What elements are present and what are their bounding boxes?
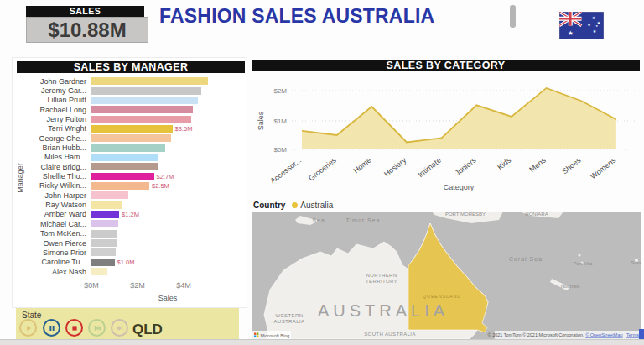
timor-sea-label: Timor Sea — [345, 217, 380, 223]
skip-previous-icon — [93, 324, 101, 332]
y-tick-2m: $2M — [273, 87, 287, 95]
category-tick-label: Home — [351, 156, 372, 175]
svg-text:★: ★ — [568, 29, 574, 37]
svg-text:★: ★ — [593, 29, 597, 34]
dashboard: SALES $10.88M FASHION SALES AUSTRALIA ★ … — [0, 0, 644, 345]
manager-bar[interactable] — [91, 259, 115, 266]
manager-bar[interactable] — [91, 239, 117, 247]
manager-row: Shellie Tho...$2.7M — [13, 171, 247, 180]
bar-data-label: $2.7M — [157, 173, 174, 180]
queensland-label: QUEENSLAND — [423, 294, 461, 299]
openstreetmap-link[interactable]: © OpenStreetMap — [585, 332, 622, 337]
bar-data-label: $2.5M — [152, 182, 169, 190]
play-button[interactable] — [19, 319, 37, 337]
bar-data-label: $1.2M — [122, 211, 139, 218]
legend-dot-icon — [292, 202, 298, 208]
manager-name: Tom McKen... — [13, 229, 89, 238]
category-tick-label: Juniors — [454, 155, 478, 177]
manager-bar[interactable] — [91, 163, 158, 170]
window-bottom-strip — [0, 339, 644, 345]
x-tick-0m: $0M — [84, 281, 99, 290]
category-tick-label: Shoes — [560, 155, 583, 175]
kpi-value: $10.88M — [48, 18, 126, 41]
manager-bar[interactable] — [91, 125, 173, 133]
current-state-value: QLD — [132, 321, 163, 338]
manager-row: Terri Wright$3.5M — [13, 124, 247, 133]
svg-text:★: ★ — [587, 22, 591, 27]
manager-bar[interactable] — [91, 97, 198, 104]
coral-sea-label: Coral Sea — [509, 256, 543, 262]
skip-previous-button[interactable] — [88, 319, 106, 337]
manager-bar[interactable] — [91, 211, 119, 218]
manager-bar[interactable] — [91, 220, 118, 227]
legend-value[interactable]: Australia — [300, 201, 333, 210]
manager-bar[interactable] — [91, 77, 208, 85]
manager-row: Jerry Fulton — [13, 114, 247, 123]
category-tick-label: Womens — [589, 155, 617, 180]
manager-name: Amber Ward — [13, 210, 89, 218]
kpi-card-value: $10.88M — [26, 17, 148, 43]
stop-button[interactable] — [65, 319, 83, 337]
manager-bar[interactable] — [91, 191, 128, 199]
manager-bar[interactable] — [91, 248, 116, 256]
manager-row: Michael Car... — [13, 219, 247, 228]
manager-bar[interactable] — [91, 182, 149, 190]
australia-label: AUSTRALIA — [318, 301, 449, 320]
manager-bar[interactable] — [91, 144, 165, 152]
manager-row: Lillian Pruitt — [13, 96, 247, 105]
manager-row: Ray Watson — [13, 200, 247, 209]
manager-name: Caroline Tu... — [13, 258, 89, 266]
manager-row: Claire Bridg... — [13, 162, 247, 171]
svg-text:★: ★ — [595, 24, 598, 28]
suva-label: Suva — [631, 260, 641, 265]
category-area-chart[interactable]: $2M $1M $0M Sales Accessor...GroceriesHo… — [252, 57, 642, 198]
map-island-dot — [579, 254, 581, 257]
pause-icon — [48, 324, 56, 332]
manager-name: Rachael Long — [13, 106, 89, 114]
kpi-card-header: SALES — [26, 6, 144, 17]
manager-bar[interactable] — [91, 154, 158, 161]
manager-row: Amber Ward$1.2M — [13, 210, 247, 219]
manager-name: George Che... — [13, 134, 89, 143]
manager-name: Jerry Fulton — [13, 115, 89, 123]
bar-data-label: $1.0M — [117, 259, 135, 266]
manager-bar[interactable] — [91, 134, 171, 142]
manager-bar[interactable] — [91, 87, 201, 95]
category-tick-label: Intimate — [416, 156, 442, 180]
manager-name: Michael Car... — [13, 220, 89, 228]
area-fill[interactable] — [302, 88, 616, 149]
bing-label: Microsoft Bing — [261, 333, 290, 338]
skip-next-button[interactable] — [111, 319, 128, 337]
sales-by-manager-title: SALES BY MANAGER — [17, 61, 245, 73]
manager-row: Ricky Wilkin...$2.5M — [13, 181, 247, 191]
divider-pill — [510, 5, 516, 28]
manager-bar[interactable] — [91, 268, 107, 275]
port-vila-label: Port-Vila — [574, 261, 594, 266]
wa-label-1: WESTERN — [276, 313, 304, 318]
nt-label-2: TERRITORY — [366, 279, 397, 284]
pause-button[interactable] — [43, 319, 60, 337]
manager-name: Jeremy Gar... — [13, 86, 89, 95]
category-tick-label: Mens — [527, 155, 548, 174]
manager-name: Ray Watson — [13, 201, 89, 209]
australia-flag-icon: ★ ★ ★ ★ ★ ★ — [559, 12, 604, 39]
x-axis-label: Category — [444, 183, 475, 191]
manager-bar[interactable] — [91, 106, 193, 113]
category-tick-label: Groceries — [307, 155, 338, 182]
category-axis-labels: Accessor...GroceriesHomeHosieryIntimateJ… — [268, 155, 617, 185]
kpi-label: SALES — [70, 6, 101, 16]
skip-next-icon — [116, 324, 124, 332]
manager-bar[interactable] — [91, 173, 154, 180]
play-icon — [24, 324, 33, 332]
manager-bar[interactable] — [91, 230, 117, 238]
manager-bar[interactable] — [91, 116, 191, 123]
x-tick-2m: $2M — [130, 281, 145, 290]
port-moresby-label: PORT MORESBY — [445, 212, 486, 217]
wa-label-2: AUSTRALIA — [274, 319, 305, 324]
category-tick-label: Accessor... — [268, 156, 303, 186]
bing-map[interactable]: Sea Timor Sea Coral Sea PORT MORESBY HON… — [252, 212, 641, 339]
manager-name: Alex Nash — [13, 268, 89, 276]
terms-link[interactable]: Terms — [626, 332, 639, 337]
manager-bar[interactable] — [91, 201, 122, 209]
sales-by-manager-panel: SALES BY MANAGER John GardnerJeremy Gar.… — [12, 57, 247, 308]
